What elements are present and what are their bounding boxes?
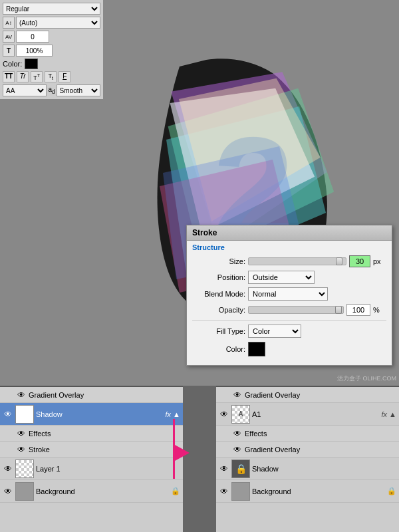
layer-name: Effects: [245, 430, 396, 438]
color-label: Color:: [3, 60, 22, 68]
list-item[interactable]: 👁 Background 🔒: [0, 480, 183, 503]
list-item[interactable]: 👁 Background 🔒: [216, 480, 399, 503]
blend-select[interactable]: Normal Multiply Screen: [248, 287, 328, 301]
opacity-slider-thumb: [335, 306, 342, 314]
stroke-color-swatch[interactable]: [248, 342, 265, 356]
eye-icon[interactable]: 👁: [3, 464, 13, 474]
opacity-unit: %: [373, 306, 386, 314]
position-select[interactable]: Outside Inside Center: [248, 271, 315, 284]
font-style-select[interactable]: Regular: [3, 3, 100, 15]
list-item[interactable]: 👁 🔒 Shadow: [216, 458, 399, 480]
layer-thumbnail: 🔒: [231, 460, 250, 478]
scale-input[interactable]: [16, 45, 53, 57]
layer-name: Gradient Overlay: [29, 391, 180, 399]
layer-name: Stroke: [29, 446, 180, 454]
layer-name: Gradient Overlay: [245, 446, 396, 454]
tt-underline[interactable]: F: [59, 71, 70, 82]
eye-icon[interactable]: 👁: [16, 428, 27, 439]
size-slider-thumb: [336, 257, 342, 265]
blend-label: Blend Mode:: [192, 290, 245, 298]
tt-subscript[interactable]: Tt: [45, 71, 57, 82]
color-swatch[interactable]: [25, 59, 38, 69]
color-row: Color:: [3, 59, 100, 69]
size-slider[interactable]: [248, 257, 346, 265]
aa-row: AA ad Smooth: [3, 84, 100, 96]
eye-icon[interactable]: 👁: [3, 486, 13, 497]
list-item[interactable]: 👁 A A1 fx ▲: [216, 403, 399, 426]
eye-icon[interactable]: 👁: [232, 428, 243, 439]
opacity-row: Opacity: %: [192, 304, 386, 316]
bottom-section: 👁 Gradient Overlay 👁 T Shadow fx ▲ 👁 Eff…: [0, 386, 399, 532]
scale-row: T: [3, 45, 100, 57]
list-item[interactable]: 👁 Gradient Overlay: [0, 387, 183, 403]
scale-icon: T: [3, 45, 15, 57]
text-style-row: TT Tr TT Tt F: [3, 71, 100, 82]
tt-italic[interactable]: Tr: [17, 71, 29, 82]
color-label-dialog: Color:: [192, 345, 245, 353]
size-value[interactable]: 30: [349, 255, 370, 267]
aa-smooth-select[interactable]: Smooth: [57, 84, 100, 96]
tt-bold[interactable]: TT: [3, 71, 15, 82]
eye-icon[interactable]: 👁: [16, 390, 27, 400]
typography-panel: Regular A↕ (Auto) AV T Color: TT Tr TT T…: [0, 0, 103, 99]
layer-name: Gradient Overlay: [245, 391, 396, 399]
layer-name: Effects: [29, 430, 180, 438]
dialog-title: Stroke: [187, 225, 392, 241]
layer-thumbnail: A: [231, 405, 250, 424]
color-row-dialog: Color:: [192, 342, 386, 356]
tt-uppercase[interactable]: TT: [31, 71, 43, 82]
eye-icon[interactable]: 👁: [219, 409, 229, 420]
size-unit: px: [373, 257, 386, 265]
layer-name: Background: [252, 487, 385, 495]
opacity-label: Opacity:: [192, 306, 245, 314]
size-row: Size: 30 px: [192, 255, 386, 267]
aa-label: ad: [48, 86, 55, 95]
layer-name: Layer 1: [36, 465, 180, 473]
list-item[interactable]: 👁 T Shadow fx ▲: [0, 403, 183, 426]
kerning-icon: AV: [3, 31, 15, 43]
canvas-area: Regular A↕ (Auto) AV T Color: TT Tr TT T…: [0, 0, 399, 386]
kerning-row: AV: [3, 31, 100, 43]
lock-icon: 🔒: [387, 487, 396, 496]
divider: [192, 320, 386, 321]
layer-name: Shadow: [36, 410, 164, 418]
list-item[interactable]: 👁 Layer 1: [0, 458, 183, 480]
eye-icon[interactable]: 👁: [16, 444, 27, 455]
fill-type-label: Fill Type:: [192, 327, 245, 335]
arrow-head: [175, 445, 190, 461]
arrow-connector: [165, 419, 175, 479]
fill-type-row: Fill Type: Color Gradient Pattern: [192, 325, 386, 338]
eye-icon[interactable]: 👁: [3, 409, 13, 420]
font-row: Regular: [3, 3, 100, 15]
layers-panel-right: 👁 Gradient Overlay 👁 A A1 fx ▲ 👁 Effects…: [216, 386, 399, 532]
eye-icon[interactable]: 👁: [232, 390, 243, 400]
dialog-body: Size: 30 px Position: Outside Inside Cen…: [187, 253, 392, 365]
kerning-input[interactable]: [16, 31, 49, 43]
leading-select[interactable]: (Auto): [16, 17, 100, 29]
lock-icon: 🔒: [171, 487, 180, 496]
layers-panel-left: 👁 Gradient Overlay 👁 T Shadow fx ▲ 👁 Eff…: [0, 386, 183, 532]
layer-name: Background: [36, 487, 169, 495]
blend-row: Blend Mode: Normal Multiply Screen: [192, 287, 386, 301]
eye-icon[interactable]: 👁: [219, 486, 229, 497]
position-row: Position: Outside Inside Center: [192, 271, 386, 284]
list-item[interactable]: 👁 Effects: [0, 426, 183, 442]
leading-icon: A↕: [3, 17, 15, 29]
position-label: Position:: [192, 273, 245, 281]
stroke-dialog: Stroke Structure Size: 30 px Position: O…: [186, 225, 392, 366]
opacity-slider[interactable]: [248, 306, 344, 314]
list-item[interactable]: 👁 Gradient Overlay: [216, 387, 399, 403]
list-item[interactable]: 👁 Effects: [216, 426, 399, 442]
eye-icon[interactable]: 👁: [219, 464, 229, 474]
size-label: Size:: [192, 257, 245, 265]
list-item[interactable]: 👁 Stroke: [0, 442, 183, 458]
eye-icon[interactable]: 👁: [232, 444, 243, 455]
aa-method-select[interactable]: AA: [3, 84, 47, 96]
fx-badge: fx ▲: [166, 410, 181, 418]
layer-thumbnail: [15, 460, 34, 478]
opacity-input[interactable]: [346, 304, 370, 316]
fill-type-select[interactable]: Color Gradient Pattern: [248, 325, 301, 338]
list-item[interactable]: 👁 Gradient Overlay: [216, 442, 399, 458]
dialog-section: Structure: [187, 241, 392, 253]
leading-row: A↕ (Auto): [3, 17, 100, 29]
